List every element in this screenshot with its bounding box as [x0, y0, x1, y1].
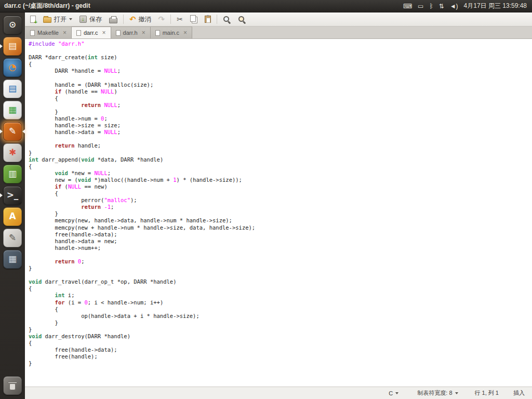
launcher-item-terminal[interactable]: >_: [0, 184, 25, 206]
libreoffice-writer-icon: ▤: [8, 84, 17, 93]
launcher-item-dictionary[interactable]: ▥: [0, 163, 25, 184]
launcher-item-libreoffice-writer[interactable]: ▤: [0, 78, 25, 99]
close-icon[interactable]: ×: [63, 30, 66, 36]
cut-button[interactable]: ✂: [174, 14, 186, 25]
dictionary-icon: ▥: [8, 169, 17, 178]
code-line: if (handle == NULL): [29, 88, 532, 95]
focused-indicator-icon: [22, 129, 25, 134]
toolbar-separator: [123, 15, 124, 24]
chevron-down-icon: [455, 392, 458, 394]
open-button[interactable]: 打开: [40, 14, 75, 25]
network-icon[interactable]: ⇅: [439, 3, 444, 9]
gedit-icon: ✎: [9, 127, 16, 136]
top-panel: darr.c (~/桌面/8th/darr) - gedit ⌨▭ᛒ⇅◄) 4月…: [0, 0, 532, 12]
tray-icons: ⌨▭ᛒ⇅◄): [403, 3, 458, 9]
trash-slot: [0, 375, 25, 396]
cut-icon: ✂: [177, 16, 183, 23]
tab-label: darr.h: [123, 30, 138, 36]
launcher-item-workspace-switcher[interactable]: ▦: [0, 248, 25, 270]
text-editor[interactable]: #include "darr.h"DARR *darr_create(int s…: [25, 39, 532, 387]
code-line: memcpy(new, handle->data, handle->num * …: [29, 217, 532, 224]
code-line: if (NULL == new): [29, 183, 532, 190]
code-line: for (i = 0; i < handle->num; i++): [29, 299, 532, 306]
code-line: {: [29, 306, 532, 313]
tab-width-label: 制表符宽度: 8: [417, 389, 452, 397]
tab-darr.h[interactable]: darr.h×: [111, 26, 151, 38]
desktop: darr.c (~/桌面/8th/darr) - gedit ⌨▭ᛒ⇅◄) 4月…: [0, 0, 532, 399]
launcher-items: ⊙▤◔▤▦✎✱▥>_A✎▦: [0, 14, 25, 270]
volume-icon[interactable]: ◄): [450, 3, 458, 9]
paste-button[interactable]: [202, 14, 214, 25]
open-label: 打开: [54, 15, 66, 24]
bluetooth-icon[interactable]: ᛒ: [429, 3, 433, 9]
new-document-icon: [30, 16, 36, 23]
text-editor-icon: ✎: [9, 233, 16, 242]
code-line: }: [29, 326, 532, 333]
code-line: {: [29, 163, 532, 170]
tab-Makefile[interactable]: Makefile×: [25, 26, 72, 38]
close-icon[interactable]: ×: [183, 30, 187, 36]
software-center-icon: A: [9, 212, 16, 221]
insert-mode-indicator: 插入: [513, 389, 525, 397]
code-line: int i;: [29, 292, 532, 299]
launcher-item-gedit[interactable]: ✎: [0, 121, 25, 142]
code-line: }: [29, 150, 532, 156]
code-line: free(handle);: [29, 353, 532, 360]
tab-main.c[interactable]: main.c×: [151, 26, 192, 38]
paste-icon: [205, 16, 211, 23]
code-line: void *new = NULL;: [29, 170, 532, 177]
copy-button[interactable]: [187, 14, 201, 25]
code-line: }: [29, 360, 532, 367]
code-line: free(handle->data);: [29, 347, 532, 353]
replace-button[interactable]: [235, 14, 249, 25]
launcher-item-files[interactable]: ▤: [0, 35, 25, 57]
find-button[interactable]: [220, 14, 234, 25]
save-button[interactable]: 保存: [76, 14, 105, 25]
clock[interactable]: 4月17日 周三 13:59:48: [464, 2, 527, 10]
battery-icon[interactable]: ▭: [418, 3, 423, 9]
launcher-item-text-editor[interactable]: ✎: [0, 227, 25, 248]
running-indicator-icon: [0, 129, 3, 134]
toolbar-separator: [170, 15, 171, 24]
open-caret-icon: [69, 18, 72, 20]
close-icon[interactable]: ×: [102, 30, 106, 36]
launcher-item-software-center[interactable]: A: [0, 206, 25, 227]
save-label: 保存: [89, 15, 102, 24]
code-line: return handle;: [29, 142, 532, 149]
file-icon: [116, 30, 121, 36]
save-icon: [79, 16, 87, 23]
system-settings-icon: ✱: [9, 148, 16, 157]
new-document-button[interactable]: [27, 14, 39, 25]
launcher-item-dash-home[interactable]: ⊙: [0, 14, 25, 35]
print-button[interactable]: [106, 14, 121, 25]
close-icon[interactable]: ×: [142, 30, 145, 36]
code-line: }: [29, 320, 532, 326]
chevron-down-icon: [395, 392, 398, 394]
tab-darr.c[interactable]: darr.c×: [72, 26, 111, 38]
code-line: return NULL;: [29, 102, 532, 109]
launcher-item-firefox[interactable]: ◔: [0, 57, 25, 78]
tab-label: Makefile: [37, 30, 59, 36]
language-label: C: [389, 390, 393, 396]
dash-home-icon: ⊙: [9, 20, 16, 29]
keyboard-icon[interactable]: ⌨: [403, 3, 412, 9]
code-line: return -1;: [29, 204, 532, 210]
language-selector[interactable]: C: [387, 389, 401, 397]
undo-label: 撤消: [139, 15, 151, 24]
code-line: }: [29, 265, 532, 272]
undo-button[interactable]: ↶ 撤消: [126, 14, 154, 25]
file-icon: [30, 30, 35, 36]
code-line: }: [29, 210, 532, 217]
launcher-item-libreoffice-calc[interactable]: ▦: [0, 99, 25, 121]
code-line: {: [29, 190, 532, 197]
code-line: handle->data = new;: [29, 238, 532, 245]
launcher-item-trash[interactable]: [0, 375, 25, 396]
code-line: DARR *handle = NULL;: [29, 68, 532, 74]
file-icon: [76, 30, 81, 36]
redo-button[interactable]: ↷: [155, 14, 168, 25]
code-line: int darr_append(void *data, DARR *handle…: [29, 156, 532, 163]
tab-width-selector[interactable]: 制表符宽度: 8: [415, 388, 460, 398]
code-line: perror("malloc");: [29, 197, 532, 204]
code-line: [29, 74, 532, 81]
launcher-item-system-settings[interactable]: ✱: [0, 142, 25, 163]
